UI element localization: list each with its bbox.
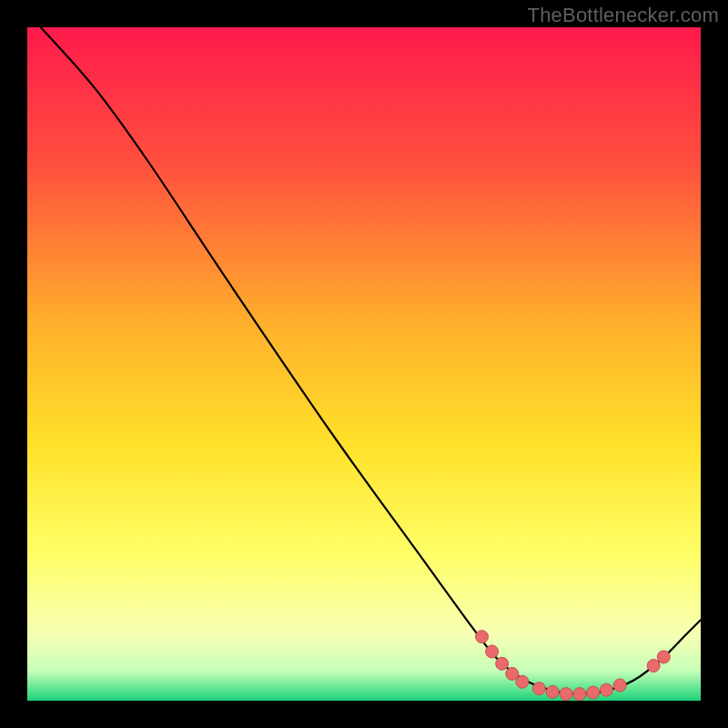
data-marker (587, 686, 600, 699)
data-marker (496, 657, 509, 670)
data-marker (546, 685, 559, 698)
data-marker (560, 688, 572, 701)
plot-svg (27, 27, 701, 701)
plot-area (27, 27, 701, 701)
data-marker (657, 651, 670, 663)
data-marker (476, 631, 489, 643)
data-marker (516, 675, 529, 688)
data-marker (532, 682, 545, 695)
chart-frame: TheBottlenecker.com (0, 0, 728, 728)
data-marker (600, 683, 612, 696)
gradient-background (27, 27, 701, 701)
data-marker (573, 688, 586, 701)
data-marker (647, 660, 660, 672)
data-marker (486, 645, 499, 658)
attribution-text: TheBottlenecker.com (528, 4, 719, 27)
data-marker (613, 679, 626, 692)
